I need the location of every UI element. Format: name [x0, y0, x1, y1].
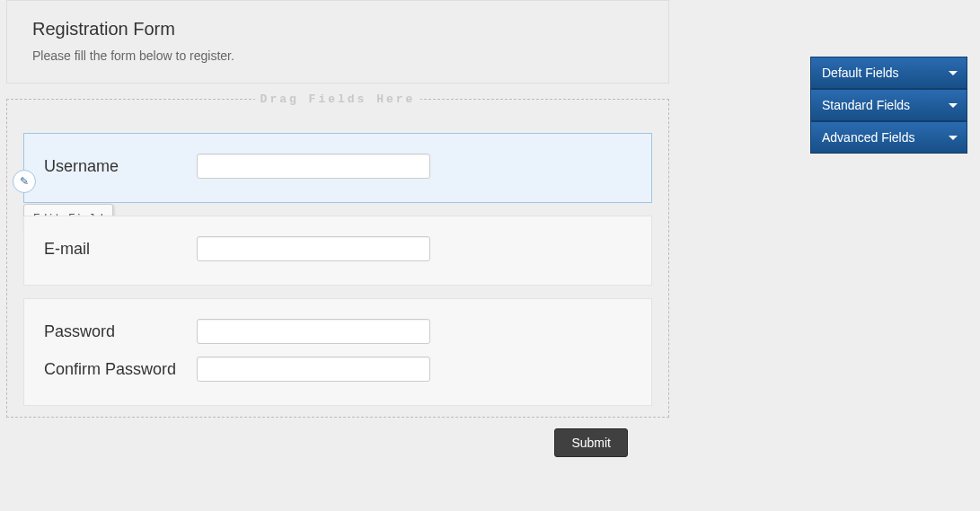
drop-zone[interactable]: Drag Fields Here ✎ Edit Field Username E… — [6, 93, 669, 418]
username-label: Username — [44, 157, 197, 176]
drop-zone-legend: Drag Fields Here — [255, 93, 421, 106]
panel-label: Standard Fields — [822, 98, 910, 112]
confirm-password-label: Confirm Password — [44, 360, 197, 379]
field-palette: Default Fields Standard Fields Advanced … — [810, 57, 967, 154]
chevron-down-icon — [949, 103, 958, 108]
chevron-down-icon — [949, 136, 958, 140]
pencil-icon: ✎ — [20, 175, 29, 188]
submit-row: Submit — [6, 428, 669, 457]
submit-button[interactable]: Submit — [554, 428, 628, 457]
panel-default-fields[interactable]: Default Fields — [810, 57, 967, 89]
password-label: Password — [44, 322, 197, 341]
panel-label: Advanced Fields — [822, 130, 915, 145]
confirm-password-input[interactable] — [197, 357, 430, 382]
username-input[interactable] — [197, 154, 430, 179]
email-input[interactable] — [197, 236, 430, 261]
chevron-down-icon — [949, 71, 958, 75]
password-input[interactable] — [197, 319, 430, 344]
panel-label: Default Fields — [822, 66, 899, 80]
edit-field-button[interactable]: ✎ — [13, 170, 36, 193]
field-block-password[interactable]: Password Confirm Password — [23, 298, 652, 406]
form-title: Registration Form — [32, 19, 643, 40]
panel-standard-fields[interactable]: Standard Fields — [810, 89, 967, 121]
form-subtitle: Please fill the form below to register. — [32, 48, 643, 63]
form-builder-canvas: Registration Form Please fill the form b… — [6, 0, 669, 457]
field-block-username[interactable]: ✎ Edit Field Username — [23, 133, 652, 203]
field-block-email[interactable]: E-mail — [23, 216, 652, 286]
panel-advanced-fields[interactable]: Advanced Fields — [810, 121, 967, 154]
form-header: Registration Form Please fill the form b… — [6, 0, 669, 84]
email-label: E-mail — [44, 240, 197, 259]
